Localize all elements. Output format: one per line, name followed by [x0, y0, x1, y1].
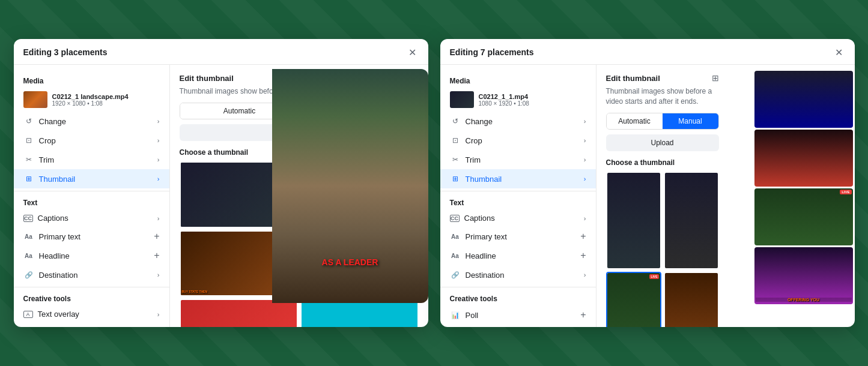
- thumb-1-6[interactable]: ▼ FOR YOUR BUTTON: [300, 299, 419, 327]
- sidebar-item-headline-2[interactable]: Aa Headline +: [440, 246, 596, 265]
- headline-icon-1: Aa: [23, 250, 34, 261]
- thumb-1-2[interactable]: LIVE: [300, 161, 419, 228]
- media-info-1: C0212_1 landscape.mp4 1920 × 1080 • 1:08: [52, 93, 129, 107]
- preview-offering-text-2: OFFERING YOU: [756, 298, 852, 302]
- thumb-content-1-6: ▼ FOR YOUR BUTTON: [302, 300, 417, 327]
- destination-label-2: Destination: [466, 271, 584, 280]
- captions-icon-2: CC: [450, 215, 460, 222]
- media-filename-2: C0212_1_1.mp4: [479, 93, 529, 100]
- preview-panel-2: LIVE OFFERING YOU: [753, 69, 855, 327]
- thumb-1-4[interactable]: MINUTE BULLSH*T: [300, 230, 419, 297]
- thumb-content-2-3: LIVE: [607, 273, 660, 327]
- edit-thumbnail-desc-2: Thumbnail images show before a video sta…: [606, 86, 719, 107]
- thumb-content-1-1: [181, 163, 297, 227]
- thumb-2-3[interactable]: LIVE ✓: [606, 272, 661, 327]
- primary-text-icon-2: Aa: [450, 231, 461, 242]
- sidebar-item-primary-text-1[interactable]: Aa Primary text +: [14, 227, 169, 246]
- crop-icon-2: ⊡: [450, 135, 461, 146]
- close-button-1[interactable]: ✕: [407, 46, 419, 58]
- edit-thumbnail-header-2: Edit thumbnail ⊞: [606, 73, 719, 83]
- thumb-content-2-4: BUY STATE THEN: [665, 273, 718, 327]
- sidebar-item-crop-1[interactable]: ⊡ Crop ›: [14, 131, 169, 150]
- thumb-content-1-4: MINUTE BULLSH*T: [302, 232, 417, 296]
- sidebar-item-thumbnail-2[interactable]: ⊞ Thumbnail ›: [440, 169, 596, 188]
- thumbnail-icon-1: ⊞: [23, 173, 34, 184]
- headline-plus-1: +: [154, 250, 159, 261]
- primary-text-label-2: Primary text: [466, 232, 581, 241]
- trim-icon-1: ✂: [23, 154, 34, 165]
- sidebar-item-captions-1[interactable]: CC Captions ›: [14, 209, 169, 227]
- sidebar-item-logo-overlay-1[interactable]: ⊟ Logo overlay ›: [14, 323, 169, 327]
- expand-icon-2[interactable]: ⊞: [712, 73, 719, 83]
- trim-chevron-2: ›: [584, 156, 586, 163]
- primary-text-plus-1: +: [154, 231, 159, 242]
- toggle-group-1: Automatic Manual: [180, 103, 419, 119]
- thumb-live-badge-2: LIVE: [649, 274, 658, 279]
- sidebar-item-text-overlay-2[interactable]: A Text overlay ›: [440, 325, 596, 327]
- automatic-btn-1[interactable]: Automatic: [180, 103, 299, 119]
- preview-stack-item-2-3: LIVE: [754, 188, 853, 245]
- media-info-2: C0212_1_1.mp4 1080 × 1920 • 1:08: [479, 93, 529, 107]
- change-icon-1: ↺: [23, 116, 34, 127]
- sidebar-item-thumbnail-1[interactable]: ⊞ Thumbnail ›: [14, 169, 169, 188]
- sidebar-item-text-overlay-1[interactable]: A Text overlay ›: [14, 305, 169, 323]
- media-dimensions-2: 1080 × 1920 • 1:08: [479, 100, 529, 107]
- sidebar-1: Media C0212_1 landscape.mp4 1920 × 1080 …: [14, 65, 170, 327]
- crop-label-1: Crop: [39, 136, 157, 145]
- expand-icon-1[interactable]: ⊞: [411, 73, 419, 83]
- preview-stack-2: LIVE OFFERING YOU: [753, 69, 855, 306]
- panel-title-1: Editing 3 placements: [23, 47, 108, 57]
- thumbnail-label-2: Thumbnail: [466, 175, 584, 184]
- automatic-btn-2[interactable]: Automatic: [607, 113, 663, 129]
- thumb-2-4[interactable]: BUY STATE THEN: [664, 272, 719, 327]
- thumbnails-grid-1: LIVE BUY STATE THEN MINUTE BULLSH*T: [180, 161, 419, 327]
- sidebar-item-primary-text-2[interactable]: Aa Primary text +: [440, 227, 596, 246]
- content-area-1: Edit thumbnail ⊞ Thumbnail images show b…: [170, 65, 428, 327]
- media-item-1: C0212_1 landscape.mp4 1920 × 1080 • 1:08: [14, 88, 169, 112]
- thumb-1-3[interactable]: BUY STATE THEN: [180, 230, 298, 297]
- thumb-1-5[interactable]: 📷 AND PURCHASE: [180, 299, 298, 327]
- thumb-2-1[interactable]: [606, 172, 661, 270]
- thumb-1-1[interactable]: [180, 161, 298, 228]
- trim-icon-2: ✂: [450, 154, 461, 165]
- destination-icon-1: 🔗: [23, 269, 34, 280]
- sidebar-item-destination-2[interactable]: 🔗 Destination ›: [440, 265, 596, 284]
- media-thumb-inner-1: [23, 91, 47, 108]
- thumb-content-1-3: BUY STATE THEN: [181, 232, 297, 296]
- trim-chevron-1: ›: [157, 156, 160, 163]
- thumb-content-1-5: 📷 AND PURCHASE: [181, 300, 297, 327]
- text-section-title-1: Text: [14, 194, 169, 209]
- thumb-2-2[interactable]: [664, 172, 719, 270]
- close-button-2[interactable]: ✕: [833, 46, 845, 58]
- trim-label-2: Trim: [466, 155, 584, 164]
- media-section-title-1: Media: [14, 72, 169, 88]
- preview-stack-item-2-2: [754, 130, 853, 187]
- sidebar-item-trim-1[interactable]: ✂ Trim ›: [14, 150, 169, 169]
- sidebar-item-crop-2[interactable]: ⊡ Crop ›: [440, 131, 596, 150]
- headline-icon-2: Aa: [450, 250, 461, 261]
- upload-button-2[interactable]: Upload: [606, 134, 719, 151]
- toggle-group-2: Automatic Manual: [606, 113, 719, 130]
- thumbnail-chevron-1: ›: [157, 175, 160, 182]
- sidebar-item-headline-1[interactable]: Aa Headline +: [14, 246, 169, 265]
- poll-plus-2: +: [580, 310, 586, 320]
- media-thumb-inner-2: [450, 91, 474, 108]
- divider-4: [440, 287, 596, 287]
- trim-label-1: Trim: [39, 155, 157, 164]
- panel-header-1: Editing 3 placements ✕: [14, 39, 428, 65]
- sidebar-item-trim-2[interactable]: ✂ Trim ›: [440, 150, 596, 169]
- text-overlay-icon-1: A: [23, 311, 33, 318]
- sidebar-item-poll-2[interactable]: 📊 Poll +: [440, 305, 596, 325]
- change-label-1: Change: [39, 117, 157, 126]
- sidebar-item-change-2[interactable]: ↺ Change ›: [440, 112, 596, 131]
- sidebar-item-captions-2[interactable]: CC Captions ›: [440, 209, 596, 227]
- upload-button-1[interactable]: Upload: [180, 124, 419, 141]
- captions-label-2: Captions: [464, 214, 584, 223]
- manual-btn-2[interactable]: Manual: [663, 113, 718, 129]
- media-filename-1: C0212_1 landscape.mp4: [52, 93, 129, 100]
- sidebar-item-destination-1[interactable]: 🔗 Destination ›: [14, 265, 169, 284]
- sidebar-2: Media C0212_1_1.mp4 1080 × 1920 • 1:08 ↺…: [440, 65, 596, 327]
- manual-btn-1[interactable]: Manual: [299, 103, 418, 119]
- primary-text-icon-1: Aa: [23, 231, 34, 242]
- sidebar-item-change-1[interactable]: ↺ Change ›: [14, 112, 169, 131]
